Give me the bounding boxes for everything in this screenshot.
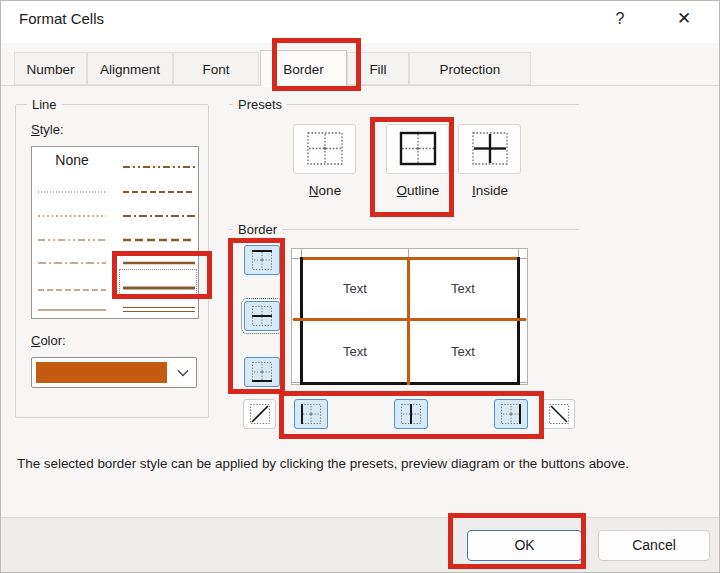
line-style-none-option[interactable]: None [38, 152, 106, 168]
dialog-title: Format Cells [19, 10, 104, 27]
border-button-mid-h[interactable] [244, 301, 280, 331]
chevron-down-icon[interactable] [177, 369, 189, 377]
line-style-option-dot[interactable] [38, 206, 106, 214]
border-button-right[interactable] [494, 399, 528, 429]
border-top-icon [251, 249, 273, 271]
border-button-mid-v[interactable] [394, 399, 428, 429]
tab-alignment[interactable]: Alignment [87, 52, 173, 85]
preset-none-label: None [285, 183, 365, 198]
border-button-top[interactable] [244, 245, 280, 275]
border-button-bottom[interactable] [244, 357, 280, 387]
help-icon[interactable]: ? [605, 6, 635, 32]
preview-bottom-border[interactable] [300, 382, 520, 385]
border-button-left[interactable] [294, 399, 328, 429]
preview-cell-text: Text [325, 344, 385, 359]
preview-tick [520, 382, 527, 383]
tab-protection[interactable]: Protection [409, 52, 531, 85]
preview-cell-text: Text [433, 281, 493, 296]
preview-right-border[interactable] [517, 257, 520, 385]
border-left-icon [300, 403, 322, 425]
line-style-option-dash-dot[interactable] [38, 253, 106, 261]
line-style-option-dash-md[interactable] [123, 182, 195, 190]
preview-tick [292, 382, 300, 383]
border-mid-h-icon [251, 305, 273, 327]
preset-outline-label: Outline [378, 183, 458, 198]
line-style-option-dash-dot-dot-md[interactable] [123, 157, 195, 165]
preview-tick [520, 258, 527, 259]
line-style-option-solid-selected[interactable] [123, 278, 195, 286]
border-group-label: Border [233, 222, 282, 237]
close-icon[interactable]: ✕ [669, 6, 699, 32]
border-diag-down-icon [548, 403, 570, 425]
helper-text: The selected border style can be applied… [17, 456, 711, 471]
tab-fill[interactable]: Fill [347, 52, 409, 85]
preview-tick [292, 258, 300, 259]
line-style-listbox[interactable]: None [31, 146, 199, 319]
border-bottom-icon [251, 361, 273, 383]
preview-top-border[interactable] [300, 257, 520, 260]
line-style-option-dash-dot-dot[interactable] [38, 230, 106, 238]
line-style-option-dash[interactable] [38, 280, 106, 288]
preset-none-button[interactable] [293, 124, 356, 174]
tab-border[interactable]: Border [260, 50, 347, 87]
line-style-option-dot-fine[interactable] [38, 182, 106, 190]
color-dropdown[interactable] [31, 357, 197, 388]
line-style-option-dash-dot-md[interactable] [123, 206, 195, 214]
line-style-option-double[interactable] [123, 300, 195, 308]
preset-outline-button[interactable] [386, 124, 449, 174]
preset-inside-button[interactable] [458, 124, 521, 174]
format-cells-dialog: Format Cells ? ✕ Number Alignment Font B… [0, 0, 720, 573]
color-label: Color: [31, 333, 66, 348]
preview-cell-text: Text [433, 344, 493, 359]
preview-middle-horizontal-border[interactable] [293, 318, 526, 321]
border-right-icon [500, 403, 522, 425]
presets-group-label: Presets [233, 97, 287, 112]
border-inside-icon [469, 129, 511, 169]
preview-left-border[interactable] [300, 257, 303, 385]
border-mid-v-icon [400, 403, 422, 425]
border-button-diag-up[interactable] [243, 399, 276, 429]
line-style-option-dash-lg-md[interactable] [123, 230, 195, 238]
line-group-label: Line [27, 97, 62, 112]
border-diag-up-icon [249, 403, 271, 425]
border-button-diag-down[interactable] [542, 399, 575, 429]
ok-button[interactable]: OK [467, 530, 582, 561]
line-style-option-solid-thin[interactable] [38, 300, 106, 308]
border-outline-icon [397, 129, 439, 169]
preview-cell-text: Text [325, 281, 385, 296]
preview-middle-vertical-border[interactable] [407, 257, 410, 385]
border-none-icon [304, 129, 346, 169]
tab-number[interactable]: Number [14, 52, 87, 85]
line-style-option-solid-md[interactable] [123, 253, 195, 261]
border-preview-diagram[interactable]: Text Text Text Text [291, 248, 528, 385]
color-swatch [36, 362, 167, 383]
cancel-button[interactable]: Cancel [598, 530, 710, 561]
preview-tick [301, 249, 302, 257]
preset-inside-label: Inside [450, 183, 530, 198]
style-label: Style: [31, 122, 64, 137]
preview-tick [408, 249, 409, 257]
tab-font[interactable]: Font [173, 52, 259, 85]
preview-tick [518, 249, 519, 257]
